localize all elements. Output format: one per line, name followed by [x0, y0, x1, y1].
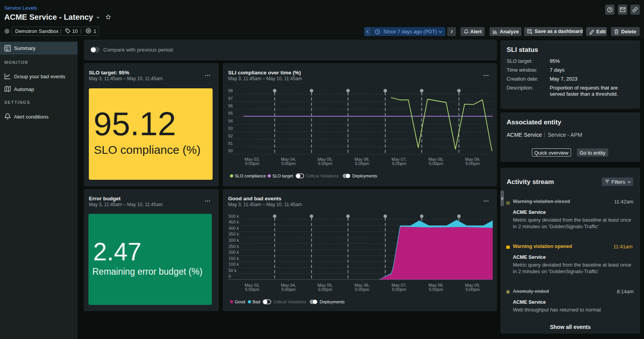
svg-text:96: 96: [228, 103, 233, 108]
svg-text:5:00pm: 5:00pm: [429, 161, 443, 166]
svg-text:5:00pm: 5:00pm: [392, 287, 406, 292]
svg-text:0: 0: [229, 274, 231, 279]
svg-text:92: 92: [228, 134, 233, 138]
svg-text:95: 95: [228, 111, 233, 115]
svg-text:5:00pm: 5:00pm: [245, 287, 260, 292]
svg-text:300 k: 300 k: [229, 238, 239, 243]
svg-text:91: 91: [228, 141, 233, 146]
svg-text:350 k: 350 k: [229, 232, 239, 236]
svg-text:94: 94: [228, 119, 233, 123]
svg-text:5:00pm: 5:00pm: [318, 287, 332, 292]
svg-text:150 k: 150 k: [229, 256, 239, 261]
svg-text:93: 93: [228, 126, 233, 131]
svg-text:Critical Violations: Critical Violations: [274, 299, 306, 304]
svg-text:5:00pm: 5:00pm: [392, 161, 406, 166]
svg-text:400 k: 400 k: [229, 226, 239, 231]
svg-text:5:00pm: 5:00pm: [281, 287, 296, 292]
svg-text:5:00pm: 5:00pm: [466, 287, 480, 292]
svg-text:5:00pm: 5:00pm: [355, 287, 369, 292]
svg-text:Critical Violations: Critical Violations: [306, 174, 339, 178]
svg-text:5:00pm: 5:00pm: [429, 287, 443, 292]
svg-text:100 k: 100 k: [229, 262, 239, 267]
svg-text:Deployments: Deployments: [352, 174, 377, 178]
svg-text:5:00pm: 5:00pm: [466, 161, 480, 166]
svg-text:50 k: 50 k: [229, 268, 237, 273]
svg-text:5:00pm: 5:00pm: [318, 161, 332, 166]
svg-text:5:00pm: 5:00pm: [281, 161, 296, 166]
svg-text:SLO compliance: SLO compliance: [235, 174, 266, 178]
svg-text:97: 97: [228, 96, 233, 101]
svg-text:Good: Good: [235, 299, 245, 304]
svg-text:5:00pm: 5:00pm: [245, 161, 260, 166]
svg-text:250 k: 250 k: [229, 244, 239, 249]
svg-text:Deployments: Deployments: [320, 299, 345, 304]
svg-text:Bad: Bad: [253, 299, 260, 304]
svg-text:98: 98: [228, 88, 233, 93]
svg-text:90: 90: [228, 148, 233, 153]
svg-text:200 k: 200 k: [229, 250, 239, 255]
svg-text:450 k: 450 k: [229, 220, 239, 224]
svg-text:500 k: 500 k: [229, 214, 239, 219]
svg-text:SLO target: SLO target: [272, 174, 293, 178]
svg-text:5:00pm: 5:00pm: [355, 161, 369, 166]
